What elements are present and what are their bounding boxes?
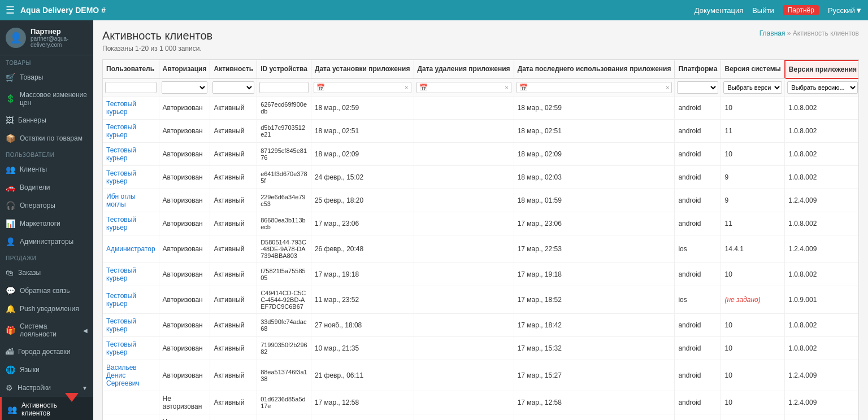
operators-icon: 🎧 bbox=[6, 201, 15, 210]
cell-install-date: 26 февр., 20:48 bbox=[311, 235, 414, 263]
cell-device-id: 01d6236d85a5d17e bbox=[257, 391, 311, 414]
table-row: Тестовый курьер Авторизован Активный 719… bbox=[103, 337, 859, 360]
user-link[interactable]: Тестовый курьер bbox=[106, 146, 136, 162]
breadcrumb-home-link[interactable]: Главная bbox=[760, 29, 785, 37]
sidebar-item-clients[interactable]: 👥 Клиенты bbox=[0, 160, 93, 178]
user-link[interactable]: Тестовый курьер bbox=[106, 317, 136, 333]
filter-platform-select[interactable]: android ios bbox=[677, 81, 718, 94]
user-link[interactable]: Тестовый курьер bbox=[106, 340, 136, 356]
filter-delete-date-input[interactable] bbox=[430, 84, 503, 91]
filter-auth-select[interactable]: Авторизован Не авторизован bbox=[162, 81, 208, 94]
clear-install-date[interactable]: × bbox=[405, 84, 408, 91]
clients-icon: 👥 bbox=[6, 165, 15, 174]
not-set-label: (не задано) bbox=[724, 296, 760, 304]
sidebar-item-tovary[interactable]: 🛒 Товары bbox=[0, 68, 93, 86]
docs-link[interactable]: Документация bbox=[695, 6, 744, 15]
table-row: Ибн оглы моглы Авторизован Активный 229e… bbox=[103, 189, 859, 212]
user-link[interactable]: Тестовый курьер bbox=[106, 292, 136, 308]
cell-platform: android bbox=[675, 189, 721, 212]
filter-app-ver-select[interactable]: Выбрать версию... bbox=[787, 81, 858, 94]
clear-delete-date[interactable]: × bbox=[505, 84, 508, 91]
filter-auth[interactable]: Авторизован Не авторизован bbox=[159, 78, 210, 97]
filter-sys-ver[interactable]: Выбрать версию... bbox=[721, 78, 785, 97]
sidebar-item-loyalty[interactable]: 🎁 Система лояльности ◀ bbox=[0, 318, 93, 343]
sidebar-item-label: Массовое изменение цен bbox=[20, 91, 88, 107]
filter-sys-ver-select[interactable]: Выбрать версию... bbox=[723, 81, 782, 94]
sidebar-item-operators[interactable]: 🎧 Операторы bbox=[0, 196, 93, 215]
filter-user[interactable] bbox=[103, 78, 159, 97]
breadcrumb-current: Активность клиентов bbox=[793, 29, 859, 37]
cell-delete-date bbox=[414, 166, 514, 189]
cell-auth: Авторизован bbox=[159, 337, 210, 360]
user-link[interactable]: Тестовый курьер bbox=[106, 266, 136, 282]
cell-app-ver: 1.2.4.009 bbox=[785, 235, 859, 263]
sidebar-item-feedback[interactable]: 💬 Обратная связь bbox=[0, 282, 93, 300]
sidebar-item-banners[interactable]: 🖼 Баннеры bbox=[0, 111, 93, 129]
language-selector[interactable]: Русский▼ bbox=[828, 6, 862, 15]
cell-delete-date bbox=[414, 189, 514, 212]
filter-user-input[interactable] bbox=[105, 82, 157, 93]
cell-activity: Активный bbox=[210, 360, 257, 391]
cell-platform: android bbox=[675, 143, 721, 166]
clear-last-use[interactable]: × bbox=[666, 84, 669, 91]
user-link[interactable]: Администратор bbox=[106, 245, 155, 253]
admins-icon: 👤 bbox=[6, 237, 15, 246]
filter-row: Авторизован Не авторизован Активный Неак… bbox=[103, 78, 859, 97]
cell-last-use: 18 мар., 02:09 bbox=[514, 143, 675, 166]
filter-install-date-input[interactable] bbox=[327, 84, 402, 91]
cell-device-id: 33d590fc74adac68 bbox=[257, 314, 311, 337]
cell-delete-date bbox=[414, 235, 514, 263]
cell-last-use: 17 мар., 12:19 bbox=[514, 414, 675, 421]
sidebar-item-prices[interactable]: 💲 Массовое изменение цен bbox=[0, 86, 93, 111]
sidebar-item-marketers[interactable]: 📊 Маркетологи bbox=[0, 215, 93, 233]
cell-install-date: 18 мар., 02:09 bbox=[311, 143, 414, 166]
cell-device-id: C49414CD-C5CC-4544-92BD-AEF7DC9C6B67 bbox=[257, 286, 311, 314]
calendar2-icon: 📅 bbox=[419, 84, 428, 91]
sidebar-item-stock[interactable]: 📦 Остатки по товарам bbox=[0, 129, 93, 147]
sidebar-item-label: Операторы bbox=[20, 202, 55, 209]
cell-user: Администратор bbox=[103, 235, 159, 263]
cell-last-use: 18 мар., 02:51 bbox=[514, 120, 675, 143]
sys-ver-value: 10 bbox=[724, 371, 732, 379]
col-platform: Платформа bbox=[675, 60, 721, 78]
cell-activity: Активный bbox=[210, 120, 257, 143]
filter-activity-select[interactable]: Активный Неактивный bbox=[212, 81, 254, 94]
user-link[interactable]: Ибн оглы моглы bbox=[106, 193, 136, 208]
filter-app-ver[interactable]: Выбрать версию... bbox=[785, 78, 859, 97]
sidebar-item-drivers[interactable]: 🚗 Водители bbox=[0, 178, 93, 196]
cell-sys-ver: 11 bbox=[721, 212, 785, 235]
user-link[interactable]: Тестовый курьер bbox=[106, 123, 136, 139]
user-link[interactable]: Васильев Денис Сергеевич bbox=[106, 364, 140, 387]
cell-sys-ver: 10 bbox=[721, 314, 785, 337]
filter-activity[interactable]: Активный Неактивный bbox=[210, 78, 257, 97]
cell-auth: Авторизован bbox=[159, 97, 210, 120]
cell-install-date: 17 мар., 12:19 bbox=[311, 414, 414, 421]
filter-platform[interactable]: android ios bbox=[675, 78, 721, 97]
user-link[interactable]: Тестовый курьер bbox=[106, 169, 136, 185]
cell-platform: android bbox=[675, 360, 721, 391]
sidebar-item-admins[interactable]: 👤 Администраторы bbox=[0, 233, 93, 251]
cell-user: Тестовый курьер bbox=[103, 120, 159, 143]
filter-device-input[interactable] bbox=[259, 82, 309, 93]
filter-install-date[interactable]: 📅 × bbox=[311, 78, 414, 97]
cell-install-date: 17 мар., 12:58 bbox=[311, 391, 414, 414]
sidebar-item-languages[interactable]: 🌐 Языки bbox=[0, 361, 93, 379]
sidebar-item-orders[interactable]: 🛍 Заказы bbox=[0, 264, 93, 282]
cell-device-id: 229e6d6a34e79c53 bbox=[257, 189, 311, 212]
cell-last-use: 17 мар., 18:52 bbox=[514, 286, 675, 314]
filter-last-use[interactable]: 📅 × bbox=[514, 78, 675, 97]
filter-device[interactable] bbox=[257, 78, 311, 97]
cell-auth: Авторизован bbox=[159, 314, 210, 337]
cell-activity: Активный bbox=[210, 391, 257, 414]
filter-last-use-input[interactable] bbox=[530, 84, 663, 91]
sys-ver-value: 10 bbox=[724, 150, 732, 158]
sidebar-item-client-activity[interactable]: 👥 Активность клиентов bbox=[0, 397, 93, 420]
sidebar-item-push[interactable]: 🔔 Push уведомления bbox=[0, 300, 93, 318]
exit-button[interactable]: Выйти bbox=[752, 6, 774, 15]
sidebar-item-settings[interactable]: ⚙ Настройки ▼ bbox=[0, 379, 93, 397]
filter-delete-date[interactable]: 📅 × bbox=[414, 78, 514, 97]
user-link[interactable]: Тестовый курьер bbox=[106, 216, 136, 231]
sidebar-item-cities[interactable]: 🏙 Города доставки bbox=[0, 343, 93, 361]
hamburger-icon[interactable]: ☰ bbox=[6, 4, 15, 16]
user-link[interactable]: Тестовый курьер bbox=[106, 100, 136, 116]
